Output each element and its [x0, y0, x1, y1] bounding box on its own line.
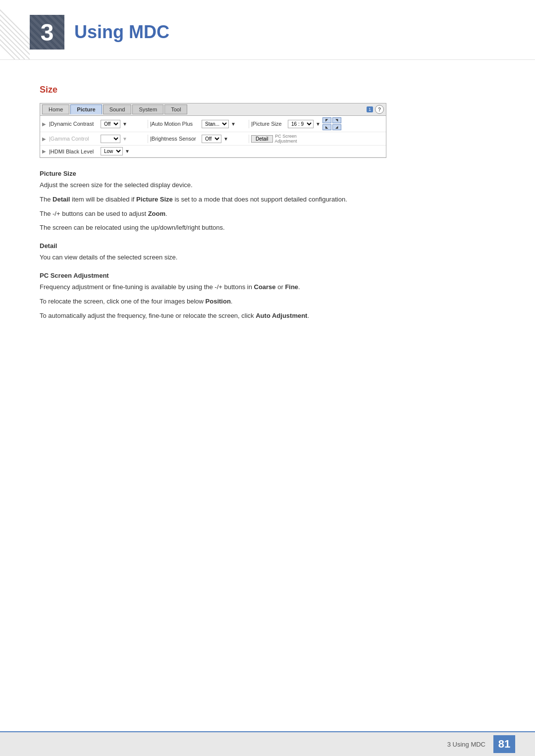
picture-size-para3: The -/+ buttons can be used to adjust Zo… — [40, 209, 495, 219]
row3-arrow: ▶ — [42, 149, 49, 154]
chapter-number-box: 3 — [30, 15, 64, 50]
row2-arrow: ▶ — [42, 136, 49, 142]
row1-col2-select[interactable]: Stan... — [202, 120, 229, 128]
ui-row-1: ▶ |Dynamic Contrast Off ▼ |Auto Motion P… — [40, 116, 386, 132]
detail-heading: Detail — [40, 242, 495, 250]
ui-row-3: ▶ |HDMI Black Level Low ▼ — [40, 146, 386, 157]
pc-screen-para2: To relocate the screen, click one of the… — [40, 297, 495, 307]
footer-text: 3 Using MDC — [447, 741, 485, 748]
picture-size-para1: Adjust the screen size for the selected … — [40, 180, 495, 191]
chapter-title: Using MDC — [74, 22, 169, 43]
page-footer: 3 Using MDC 81 — [0, 731, 535, 756]
row1-col2-label: |Auto Motion Plus — [150, 121, 200, 127]
row1-arrow: ▶ — [42, 121, 49, 127]
row1-col3-select[interactable]: 16 : 9 — [288, 120, 314, 128]
row3-col1-select[interactable]: Low — [101, 147, 123, 155]
tab-sound[interactable]: Sound — [103, 104, 132, 114]
section-heading: Size — [40, 85, 495, 95]
diagonal-decoration — [0, 0, 30, 59]
pc-screen-label: PC Screen — [275, 134, 297, 139]
adj-btn-bl[interactable]: ◣ — [322, 124, 331, 130]
pc-adjustment-label: Adjustment — [275, 139, 297, 144]
tab-picture[interactable]: Picture — [70, 104, 102, 114]
chapter-number: 3 — [41, 19, 54, 46]
row2-col2-label: |Brightness Sensor — [150, 136, 200, 142]
row3-col1-label: |HDMI Black Level — [49, 149, 99, 154]
row1-col3-label: |Picture Size — [251, 121, 286, 127]
row2-col2-select[interactable]: Off — [202, 135, 221, 143]
picture-size-heading: Picture Size — [40, 170, 495, 177]
footer-page-number: 81 — [493, 735, 515, 753]
row1-col1-label: |Dynamic Contrast — [49, 121, 99, 127]
pc-screen-heading: PC Screen Adjustment — [40, 272, 495, 279]
tab-home[interactable]: Home — [42, 104, 69, 114]
chapter-header: 3 Using MDC — [0, 0, 535, 60]
pc-screen-para1: Frequency adjustment or fine-tuning is a… — [40, 282, 495, 293]
picture-size-para4: The screen can be relocated using the up… — [40, 223, 495, 233]
tab-system[interactable]: System — [132, 104, 163, 114]
svg-line-5 — [0, 30, 25, 59]
pc-screen-para3: To automatically adjust the frequency, f… — [40, 311, 495, 321]
badge-number: 1 — [367, 106, 373, 112]
main-content: Size Home Picture Sound System Tool 1 ? … — [0, 65, 535, 354]
detail-button[interactable]: Detail — [251, 135, 273, 143]
ui-toolbar: Home Picture Sound System Tool 1 ? — [40, 103, 386, 116]
ui-rows: ▶ |Dynamic Contrast Off ▼ |Auto Motion P… — [40, 116, 386, 157]
detail-para: You can view details of the selected scr… — [40, 252, 495, 263]
adj-btn-tl[interactable]: ◤ — [322, 117, 331, 123]
adjustment-buttons: ◤ ◥ ◣ ◢ — [322, 117, 341, 130]
ui-row-2: ▶ |Gamma Control ▼ |Brightness Sensor Of… — [40, 132, 386, 146]
adj-btn-br[interactable]: ◢ — [332, 124, 341, 130]
ui-screenshot: Home Picture Sound System Tool 1 ? ▶ |Dy… — [40, 103, 386, 158]
adj-btn-tr[interactable]: ◥ — [332, 117, 341, 123]
row2-col1-select[interactable] — [101, 135, 120, 143]
row1-col1-select[interactable]: Off — [101, 120, 120, 128]
picture-size-para2: The Detail item will be disabled if Pict… — [40, 195, 495, 205]
help-button[interactable]: ? — [375, 105, 384, 114]
row2-col1-label: |Gamma Control — [49, 136, 99, 142]
tab-tool[interactable]: Tool — [164, 104, 187, 114]
